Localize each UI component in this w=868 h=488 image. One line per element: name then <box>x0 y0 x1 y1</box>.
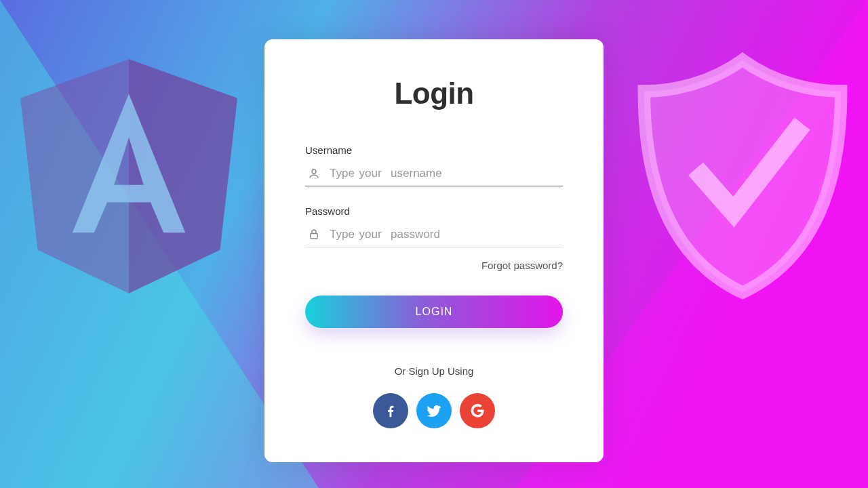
username-label: Username <box>305 144 563 156</box>
username-input-row <box>305 161 563 186</box>
shield-check-icon <box>631 41 854 312</box>
username-input[interactable] <box>330 167 563 180</box>
svg-rect-3 <box>311 234 318 239</box>
google-icon <box>469 403 486 419</box>
password-input-row <box>305 222 563 247</box>
signup-prompt: Or Sign Up Using <box>305 365 563 377</box>
forgot-password-link[interactable]: Forgot password? <box>305 260 563 271</box>
facebook-icon <box>383 403 398 418</box>
login-button[interactable]: LOGIN <box>305 296 563 328</box>
google-login-button[interactable] <box>460 393 495 428</box>
password-field-group: Password <box>305 205 563 247</box>
login-card: Login Username Password Forgot pass <box>264 39 604 462</box>
username-field-group: Username <box>305 144 563 186</box>
social-login-row <box>305 393 563 428</box>
page-background: Login Username Password Forgot pass <box>0 0 868 488</box>
twitter-login-button[interactable] <box>416 393 452 428</box>
password-label: Password <box>305 205 563 217</box>
facebook-login-button[interactable] <box>373 393 408 428</box>
lock-icon <box>308 228 320 241</box>
password-input[interactable] <box>330 228 563 241</box>
svg-point-2 <box>312 169 316 174</box>
user-icon <box>308 167 320 180</box>
page-title: Login <box>305 77 563 110</box>
angular-logo-icon <box>20 47 237 305</box>
twitter-icon <box>426 403 442 419</box>
